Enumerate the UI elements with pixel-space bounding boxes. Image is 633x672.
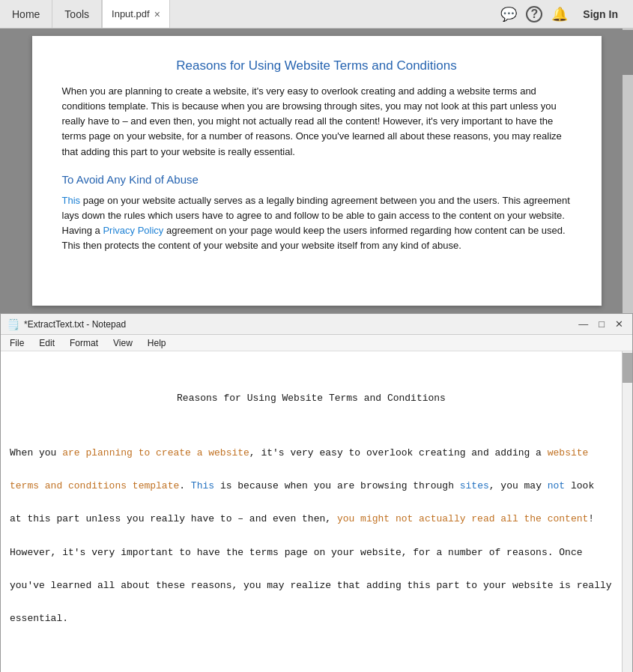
notepad-line-2: terms and conditions template. This is b… [10, 478, 613, 494]
notepad-menu-help[interactable]: Help [142, 335, 172, 351]
notepad-line-5: you've learned all about these reasons, … [10, 578, 613, 594]
pdf-highlight-this: This [62, 195, 81, 206]
pdf-body-paragraph2: This page on your website actually serve… [62, 193, 572, 254]
notepad-content-body: When you are planning to create a websit… [10, 445, 613, 672]
tab-home-label: Home [12, 8, 40, 20]
notepad-content-title: Reasons for Using Website Terms and Cond… [10, 390, 613, 407]
notepad-window: 🗒️ *ExtractText.txt - Notepad — □ ✕ File… [0, 313, 633, 672]
notepad-line-1: When you are planning to create a websit… [10, 445, 613, 461]
browser-toolbar: Home Tools Input.pdf × 💬 ? 🔔 Sign In [0, 0, 633, 28]
pdf-title: Reasons for Using Website Terms and Cond… [62, 58, 572, 73]
notepad-close-button[interactable]: ✕ [612, 318, 626, 330]
notepad-blank1 [10, 644, 613, 660]
pdf-privacy-link[interactable]: Privacy Policy [103, 225, 163, 236]
pdf-section-title: To Avoid Any Kind of Abuse [62, 173, 572, 186]
help-icon[interactable]: ? [526, 6, 542, 22]
notepad-titlebar: 🗒️ *ExtractText.txt - Notepad — □ ✕ [1, 314, 632, 335]
notepad-scrollbar-thumb[interactable] [623, 353, 632, 383]
notepad-scrollbar[interactable] [622, 351, 632, 672]
notepad-menu-view[interactable]: View [107, 335, 139, 351]
pdf-viewer: Reasons for Using Website Terms and Cond… [0, 28, 633, 313]
tab-home[interactable]: Home [0, 0, 52, 28]
notepad-menu-file[interactable]: File [4, 335, 30, 351]
pdf-page: Reasons for Using Website Terms and Cond… [32, 36, 602, 306]
notepad-menu-format[interactable]: Format [64, 335, 104, 351]
notepad-text-area[interactable]: Reasons for Using Website Terms and Cond… [1, 351, 622, 672]
notepad-minimize-button[interactable]: — [575, 318, 591, 330]
tab-input-pdf[interactable]: Input.pdf × [102, 0, 170, 28]
notepad-content-area: Reasons for Using Website Terms and Cond… [1, 351, 632, 672]
notepad-window-title: *ExtractText.txt - Notepad [24, 319, 571, 330]
sign-in-button[interactable]: Sign In [577, 5, 624, 23]
notepad-menubar: File Edit Format View Help [1, 335, 632, 351]
toolbar-icons: 💬 ? 🔔 Sign In [500, 5, 633, 23]
pdf-scrollbar-thumb[interactable] [623, 30, 633, 75]
notepad-line-4: However, it's very important to have the… [10, 545, 613, 561]
tab-close-button[interactable]: × [154, 9, 160, 19]
notepad-app-icon: 🗒️ [7, 318, 19, 330]
tab-tools[interactable]: Tools [52, 0, 102, 28]
notepad-maximize-button[interactable]: □ [596, 318, 608, 330]
tab-active-label: Input.pdf [112, 8, 150, 19]
chat-icon[interactable]: 💬 [500, 6, 517, 22]
bell-icon[interactable]: 🔔 [551, 6, 568, 22]
pdf-scrollbar[interactable] [623, 28, 633, 313]
tab-tools-label: Tools [64, 8, 89, 20]
notepad-line-3: at this part unless you really have to –… [10, 511, 613, 527]
notepad-line-6: essential. [10, 611, 613, 627]
notepad-menu-edit[interactable]: Edit [33, 335, 61, 351]
pdf-body-paragraph1: When you are planning to create a websit… [62, 84, 572, 160]
